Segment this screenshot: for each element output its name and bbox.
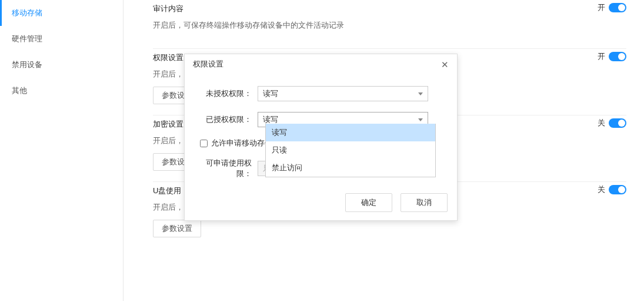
- switch-encryption[interactable]: [609, 118, 626, 128]
- switch-label-permission: 开: [598, 51, 605, 62]
- select-unauth[interactable]: 读写: [258, 86, 428, 101]
- sidebar: 移动存储 硬件管理 禁用设备 其他: [0, 0, 124, 301]
- switch-permission[interactable]: [609, 52, 626, 61]
- checkbox-allow-apply-label: 允许申请移动存储: [211, 138, 272, 148]
- sidebar-item-hardware-mgmt[interactable]: 硬件管理: [0, 26, 123, 52]
- switch-usb[interactable]: [609, 185, 626, 194]
- dropdown-auth: 读写 只读 禁止访问: [265, 124, 436, 177]
- label-unauth: 未授权权限：: [193, 88, 258, 99]
- switch-audit[interactable]: [609, 3, 626, 12]
- label-auth: 已授权权限：: [193, 114, 258, 125]
- switch-label-encryption: 关: [598, 118, 605, 128]
- sidebar-item-mobile-storage[interactable]: 移动存储: [0, 0, 123, 26]
- dropdown-option-forbid[interactable]: 禁止访问: [266, 159, 435, 177]
- cancel-button[interactable]: 取消: [401, 193, 448, 212]
- switch-label-audit: 开: [598, 2, 605, 13]
- chevron-down-icon: [418, 92, 423, 95]
- dropdown-option-readwrite[interactable]: 读写: [266, 124, 435, 141]
- section-title-audit: 审计内容: [153, 4, 626, 14]
- sidebar-item-other[interactable]: 其他: [0, 78, 123, 104]
- dropdown-option-readonly[interactable]: 只读: [266, 141, 435, 159]
- ok-button[interactable]: 确定: [345, 193, 392, 212]
- modal-title: 权限设置: [193, 59, 223, 70]
- checkbox-allow-apply-input[interactable]: [200, 140, 208, 147]
- select-unauth-value: 读写: [263, 88, 278, 99]
- section-desc-audit: 开启后，可保存终端操作移动存储设备中的文件活动记录: [153, 20, 626, 31]
- label-applicable: 可申请使用权限：: [193, 158, 258, 179]
- chevron-down-icon: [418, 118, 423, 121]
- param-button-usb[interactable]: 参数设置: [153, 220, 201, 237]
- section-audit: 审计内容 开启后，可保存终端操作移动存储设备中的文件活动记录 开: [153, 0, 626, 49]
- switch-label-usb: 关: [598, 184, 605, 195]
- permission-modal: 权限设置 ✕ 未授权权限： 读写 已授权权限： 读写 允许申请移动存储 可申请使…: [184, 54, 458, 221]
- sidebar-item-disable-device[interactable]: 禁用设备: [0, 52, 123, 78]
- close-icon[interactable]: ✕: [441, 60, 449, 69]
